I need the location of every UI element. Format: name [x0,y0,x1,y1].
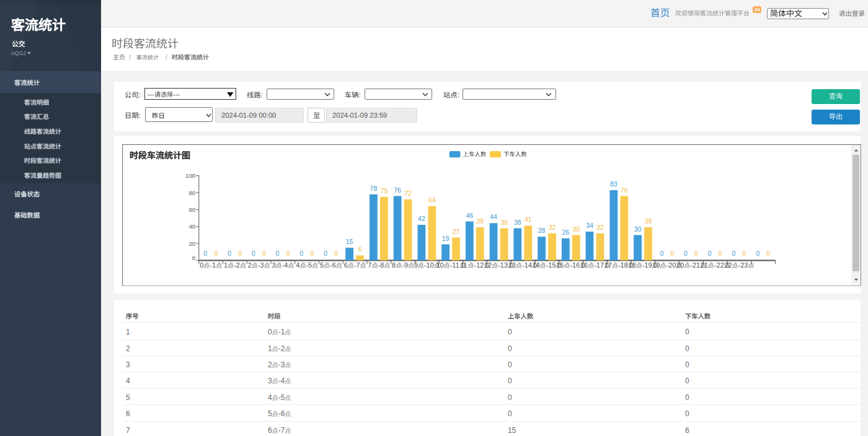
svg-text:-5: -5 [278,393,285,402]
svg-text:5: 5 [268,409,272,418]
svg-text:40: 40 [188,223,195,230]
svg-text:19: 19 [442,235,450,242]
svg-text:32: 32 [549,224,556,231]
svg-text:100: 100 [185,172,196,179]
svg-text:0: 0 [685,360,689,369]
svg-text:42: 42 [418,215,425,222]
svg-text:0: 0 [756,250,760,257]
svg-text:75: 75 [381,187,388,194]
svg-text:0: 0 [508,360,512,369]
svg-text:76: 76 [621,186,628,194]
svg-text:-14: -14 [522,261,532,269]
svg-text:0: 0 [299,250,303,257]
svg-text:-3: -3 [278,360,285,369]
svg-text::: : [260,91,262,98]
svg-text:28: 28 [538,227,546,234]
svg-text:0: 0 [203,250,207,257]
svg-text::: : [359,91,361,98]
svg-text:60: 60 [188,206,195,213]
svg-text:0: 0 [743,250,746,257]
svg-text:-1: -1 [278,328,285,336]
svg-text:22: 22 [724,261,732,269]
svg-text:0: 0 [694,250,698,257]
svg-text:0: 0 [719,250,722,257]
svg-text:5: 5 [320,261,324,269]
svg-text:13: 13 [508,261,516,269]
svg-text:0: 0 [252,250,255,257]
svg-text:-1: -1 [210,261,216,269]
svg-text:12: 12 [484,261,492,269]
svg-text::: : [138,111,140,119]
svg-text:19: 19 [652,261,660,269]
svg-text:3: 3 [272,261,275,269]
svg-text:---: --- [148,90,154,98]
svg-text::: : [138,91,140,98]
svg-text:0: 0 [310,250,314,257]
svg-text:15: 15 [346,238,353,245]
svg-text:-9: -9 [402,261,408,269]
svg-text::: : [457,91,459,98]
svg-text:0: 0 [192,255,196,261]
svg-text:78: 78 [370,185,378,192]
svg-text:9: 9 [414,261,418,269]
svg-text:-10: -10 [424,261,434,269]
svg-text:41: 41 [525,216,532,223]
svg-text:30: 30 [572,225,580,233]
svg-text:5: 5 [126,393,130,402]
svg-text:18: 18 [628,261,636,269]
svg-text:0: 0 [275,250,279,257]
svg-text:0: 0 [214,250,218,257]
svg-text:0: 0 [685,409,689,418]
svg-text:0: 0 [324,250,327,257]
svg-text:64: 64 [428,196,436,204]
svg-text:80: 80 [188,190,195,196]
svg-text:7: 7 [368,261,371,269]
svg-text:0: 0 [708,250,712,257]
svg-text:0: 0 [684,250,688,257]
svg-text:---: --- [173,90,180,98]
svg-text:11: 11 [460,261,467,269]
svg-text:0: 0 [732,250,736,257]
svg-text:72: 72 [404,190,412,197]
svg-text:-2: -2 [234,261,240,269]
svg-text:38: 38 [514,219,521,226]
svg-text:0: 0 [508,344,512,353]
svg-text:17: 17 [604,261,612,269]
svg-text:10: 10 [436,261,444,269]
svg-text:-6: -6 [330,261,336,269]
svg-text:26: 26 [562,229,569,236]
svg-text:-8: -8 [378,261,384,269]
svg-text:4: 4 [296,261,299,269]
svg-text:0: 0 [670,250,674,257]
svg-text:15: 15 [556,261,564,269]
svg-text:-6: -6 [278,409,285,418]
svg-text:14: 14 [533,261,540,269]
svg-text:-22: -22 [714,261,724,269]
svg-text:6: 6 [268,426,272,435]
svg-text:0: 0 [685,393,689,402]
svg-text:16: 16 [580,261,588,269]
svg-text:/: / [166,54,167,61]
svg-text:3: 3 [126,360,130,369]
svg-text:30: 30 [634,225,642,233]
svg-text:2: 2 [268,360,272,369]
svg-text:0: 0 [508,393,512,402]
svg-text:/: / [129,54,131,61]
svg-text:6: 6 [344,261,348,269]
svg-text:-11: -11 [450,261,459,269]
svg-text:-4: -4 [278,377,285,385]
svg-text:0: 0 [200,261,203,269]
svg-text:0: 0 [508,328,512,336]
svg-text:0: 0 [334,250,338,257]
svg-text:2024-01-09 00:00: 2024-01-09 00:00 [221,111,276,119]
svg-text:3: 3 [268,377,272,385]
svg-text:38: 38 [500,219,508,226]
svg-text:-7: -7 [278,426,285,435]
svg-text:21: 21 [701,261,708,269]
svg-text:44: 44 [490,213,497,220]
svg-text:0: 0 [685,377,689,385]
svg-text:-2: -2 [278,344,285,353]
svg-text:0: 0 [766,250,770,257]
svg-text:6: 6 [126,409,130,418]
svg-text:0: 0 [508,377,512,385]
